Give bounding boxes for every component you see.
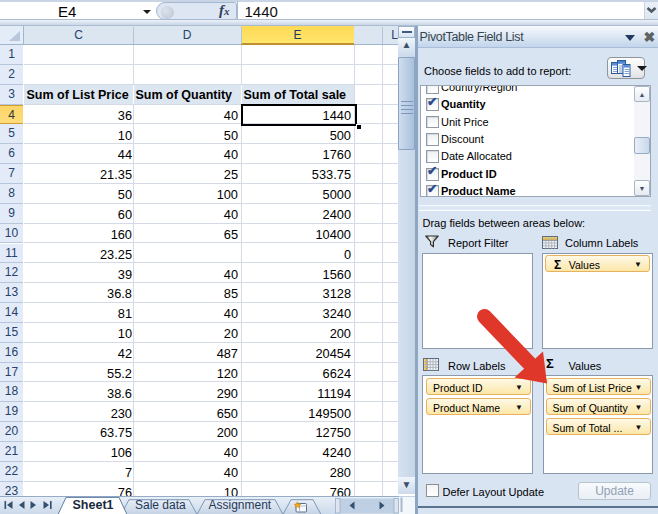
svg-text:Sheet1: Sheet1 [73, 498, 114, 512]
svg-text:Sale data: Sale data [135, 498, 186, 512]
svg-text:Assignment: Assignment [209, 498, 272, 512]
